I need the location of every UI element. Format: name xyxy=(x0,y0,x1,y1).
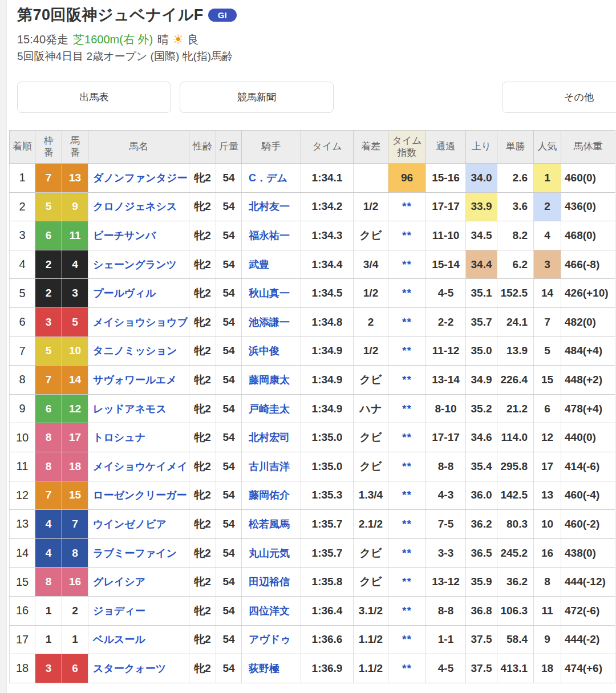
odds-cell: 152.5 xyxy=(497,279,534,308)
entries-button[interactable]: 出馬表 xyxy=(17,82,171,113)
jockey-link[interactable]: アヴドゥ xyxy=(242,625,301,654)
time-cell: 1:34.3 xyxy=(301,221,354,250)
horse-name-link[interactable]: メイショウショウブ xyxy=(88,307,189,337)
last3f-cell: 34.5 xyxy=(466,221,497,250)
margin-cell: 1/2 xyxy=(354,279,388,308)
jockey-link[interactable]: 秋山真一 xyxy=(242,279,301,308)
table-row: 12715ローゼンクリーガー牝254藤岡佑介1:35.31.3/4**4-336… xyxy=(10,481,615,510)
horse-name-link[interactable]: タニノミッション xyxy=(88,337,189,366)
horse-name-link[interactable]: ローゼンクリーガー xyxy=(88,481,189,510)
time-cell: 1:34.5 xyxy=(301,279,354,308)
time-index-cell[interactable]: ** xyxy=(388,337,426,366)
horse-name-link[interactable]: メイショウケイメイ xyxy=(88,452,189,481)
time-index-cell[interactable]: ** xyxy=(388,452,426,481)
last3f-cell: 37.5 xyxy=(466,654,497,683)
time-index-cell[interactable]: ** xyxy=(388,596,426,625)
time-index-cell[interactable]: ** xyxy=(388,250,426,279)
frame-number-cell: 5 xyxy=(35,192,62,221)
horse-name-link[interactable]: ジョディー xyxy=(88,596,189,625)
jockey-link[interactable]: 浜中俊 xyxy=(242,337,301,366)
odds-cell: 226.4 xyxy=(497,366,534,395)
horse-name-link[interactable]: ダノンファンタジー xyxy=(88,164,189,193)
horse-name-link[interactable]: グレイシア xyxy=(88,568,189,597)
odds-cell: 6.2 xyxy=(497,250,534,279)
time-index-cell[interactable]: ** xyxy=(388,538,426,568)
time-index-cell[interactable]: ** xyxy=(388,423,426,452)
jockey-link[interactable]: 古川吉洋 xyxy=(242,452,301,481)
jockey-link[interactable]: 荻野極 xyxy=(242,654,301,683)
jockey-link[interactable]: 藤岡佑介 xyxy=(242,481,301,510)
horse-name-link[interactable]: レッドアネモス xyxy=(88,394,189,423)
time-index-cell[interactable]: ** xyxy=(388,221,426,250)
popularity-cell: 7 xyxy=(534,307,561,337)
time-index-cell[interactable]: ** xyxy=(388,366,426,395)
popularity-cell: 10 xyxy=(534,510,561,539)
rank-cell: 7 xyxy=(10,337,35,366)
last3f-cell: 36.5 xyxy=(466,538,497,568)
horse-name-link[interactable]: サヴォワールエメ xyxy=(88,366,189,395)
horse-name-link[interactable]: シェーングランツ xyxy=(88,250,189,279)
margin-cell: 1.1/2 xyxy=(354,625,388,654)
odds-cell: 80.3 xyxy=(497,510,534,539)
popularity-cell: 13 xyxy=(534,481,561,510)
jockey-link[interactable]: C．デム xyxy=(242,164,301,193)
col-header-sex-age: 性齢 xyxy=(189,131,216,164)
horse-name-link[interactable]: トロシュナ xyxy=(88,423,189,452)
passing-cell: 11-10 xyxy=(426,221,466,250)
frame-number-cell: 5 xyxy=(35,337,62,366)
time-index-cell[interactable]: ** xyxy=(388,510,426,539)
time-index-cell[interactable]: ** xyxy=(388,192,426,221)
table-row: 11818メイショウケイメイ牝254古川吉洋1:35.0クビ**8-835.42… xyxy=(10,452,615,481)
time-cell: 1:36.4 xyxy=(301,596,354,625)
time-index-cell[interactable]: ** xyxy=(388,568,426,597)
passing-cell: 17-17 xyxy=(426,192,466,221)
table-row: 7510タニノミッション牝254浜中俊1:34.91/2**11-1235.01… xyxy=(10,337,615,366)
passing-cell: 4-5 xyxy=(426,654,466,683)
jockey-link[interactable]: 池添謙一 xyxy=(242,307,301,337)
odds-cell: 114.0 xyxy=(497,423,534,452)
sex-age-cell: 牝2 xyxy=(189,568,216,597)
time-index-cell[interactable]: ** xyxy=(388,279,426,308)
time-index-cell[interactable]: ** xyxy=(388,481,426,510)
start-time: 15:40発走 xyxy=(17,32,68,47)
horse-name-link[interactable]: プールヴィル xyxy=(88,279,189,308)
odds-cell: 13.9 xyxy=(497,337,534,366)
odds-cell: 3.6 xyxy=(497,192,534,221)
time-cell: 1:34.4 xyxy=(301,250,354,279)
odds-cell: 8.2 xyxy=(497,221,534,250)
jockey-link[interactable]: 戸崎圭太 xyxy=(242,394,301,423)
newspaper-button[interactable]: 競馬新聞 xyxy=(180,82,334,113)
frame-number-cell: 3 xyxy=(35,654,62,683)
time-index-cell[interactable]: ** xyxy=(388,394,426,423)
time-index-cell[interactable]: ** xyxy=(388,654,426,683)
jockey-link[interactable]: 北村宏司 xyxy=(242,423,301,452)
others-button[interactable]: その他 xyxy=(502,82,616,113)
jockey-link[interactable]: 福永祐一 xyxy=(242,221,301,250)
jockey-link[interactable]: 藤岡康太 xyxy=(242,366,301,395)
body-weight-cell: 468(0) xyxy=(561,221,615,250)
horse-name-link[interactable]: スタークォーツ xyxy=(88,654,189,683)
col-header-margin: 着差 xyxy=(354,131,388,164)
jockey-link[interactable]: 四位洋文 xyxy=(242,596,301,625)
horse-name-link[interactable]: ビーチサンバ xyxy=(88,221,189,250)
jockey-link[interactable]: 丸山元気 xyxy=(242,538,301,568)
col-header-time: タイム xyxy=(301,131,354,164)
jockey-link[interactable]: 北村友一 xyxy=(242,192,301,221)
passing-cell: 8-10 xyxy=(426,394,466,423)
jockey-link[interactable]: 田辺裕信 xyxy=(242,568,301,597)
horse-name-link[interactable]: クロノジェネシス xyxy=(88,192,189,221)
time-index-cell[interactable]: ** xyxy=(388,625,426,654)
horse-name-link[interactable]: ラブミーファイン xyxy=(88,538,189,568)
jockey-link[interactable]: 松若風馬 xyxy=(242,510,301,539)
rank-cell: 6 xyxy=(10,307,35,337)
time-index-cell[interactable]: ** xyxy=(388,307,426,337)
carried-weight-cell: 54 xyxy=(216,164,242,193)
time-index-cell: 96 xyxy=(388,164,426,193)
course-info: 芝1600m(右 外) xyxy=(73,32,153,47)
odds-cell: 58.4 xyxy=(497,625,534,654)
jockey-link[interactable]: 武豊 xyxy=(242,250,301,279)
horse-name-link[interactable]: ウインゼノビア xyxy=(88,510,189,539)
odds-cell: 36.2 xyxy=(497,568,534,597)
horse-name-link[interactable]: ベルスール xyxy=(88,625,189,654)
time-cell: 1:34.9 xyxy=(301,366,354,395)
